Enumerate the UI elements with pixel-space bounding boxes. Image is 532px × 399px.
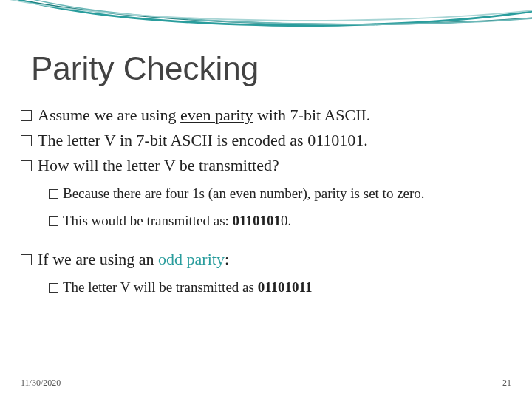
box-icon: [49, 283, 58, 293]
slide-content: Assume we are using even parity with 7-b…: [21, 103, 511, 304]
sub-bullet: Because there are four 1s (an even numbe…: [49, 183, 511, 204]
bullet-item: If we are using an odd parity:: [21, 248, 511, 271]
box-icon: [21, 254, 32, 265]
bullet-item: How will the letter V be transmitted?: [21, 154, 511, 177]
date-footer: 11/30/2020: [21, 378, 61, 389]
slide: Parity Checking Assume we are using even…: [0, 0, 532, 399]
sub-bullet: This would be transmitted as: 01101010.: [49, 211, 511, 231]
box-icon: [49, 216, 58, 226]
bullet-item: The letter V in 7-bit ASCII is encoded a…: [21, 129, 511, 152]
box-icon: [49, 189, 58, 199]
slide-title: Parity Checking: [31, 50, 259, 87]
header-decoration: [0, 0, 532, 44]
bullet-item: Assume we are using even parity with 7-b…: [21, 103, 511, 127]
box-icon: [21, 110, 32, 121]
page-number: 21: [502, 378, 511, 389]
sub-bullet: The letter V will be transmitted as 0110…: [49, 277, 511, 298]
box-icon: [21, 135, 32, 146]
box-icon: [21, 160, 32, 171]
